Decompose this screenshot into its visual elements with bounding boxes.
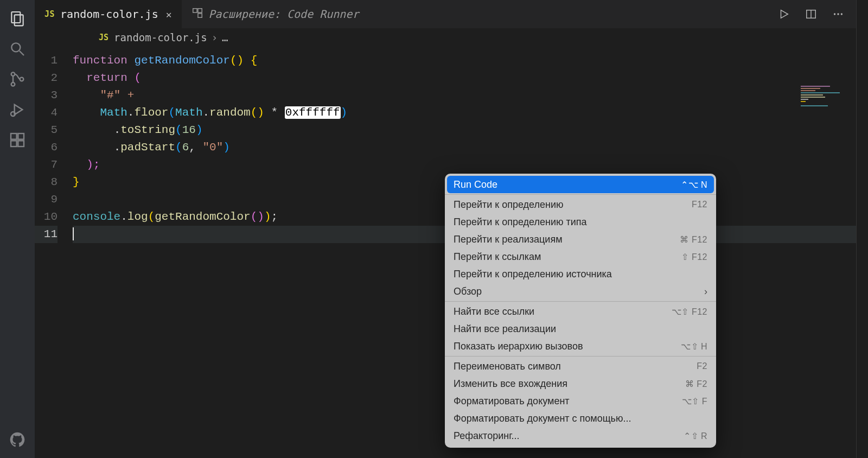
svg-point-21 (841, 13, 843, 15)
menu-item-shortcut: ⌥⇧ F12 (672, 307, 707, 317)
line-number: 10 (35, 208, 58, 226)
svg-rect-11 (18, 141, 24, 147)
menu-item-label: Форматировать документ с помощью... (454, 413, 707, 424)
menu-item-label: Перейти к определению типа (454, 217, 707, 228)
context-menu-item[interactable]: Перейти к определениюF12 (445, 196, 716, 213)
context-menu-item[interactable]: Перейти к определению типа (445, 213, 716, 231)
line-number: 6 (35, 139, 58, 156)
menu-item-label: Показать иерархию вызовов (454, 341, 681, 352)
svg-point-5 (11, 82, 15, 86)
svg-rect-13 (193, 8, 196, 12)
github-icon[interactable] (9, 431, 26, 448)
breadcrumb-rest: … (222, 31, 228, 43)
svg-rect-0 (11, 12, 20, 23)
svg-marker-16 (781, 10, 788, 18)
tab-label: Расширение: Code Runner (209, 8, 359, 21)
line-number: 3 (35, 87, 58, 104)
context-menu-item[interactable]: Найти все реализации (445, 320, 716, 338)
line-gutter: 1234567891011 (35, 47, 73, 458)
menu-item-shortcut: ⌥⇧ F (682, 396, 707, 406)
svg-rect-12 (18, 133, 24, 139)
menu-item-label: Найти все ссылки (454, 306, 672, 317)
text-cursor (73, 227, 74, 240)
tab-label: random-color.js (60, 8, 158, 21)
svg-point-20 (837, 13, 839, 15)
more-actions-icon[interactable] (832, 8, 844, 20)
menu-item-shortcut: ⇧ F12 (681, 252, 707, 262)
menu-item-label: Переименовать символ (454, 361, 697, 372)
svg-rect-10 (11, 141, 17, 147)
right-gutter (856, 0, 868, 458)
menu-item-label: Рефакторинг... (454, 430, 684, 442)
menu-item-shortcut: F2 (697, 361, 707, 371)
line-number: 2 (35, 69, 58, 87)
split-editor-icon[interactable] (805, 8, 817, 20)
menu-item-label: Run Code (454, 179, 681, 190)
chevron-right-icon: › (704, 286, 707, 297)
menu-item-label: Изменить все вхождения (454, 378, 685, 390)
svg-point-19 (834, 13, 835, 15)
context-menu-item[interactable]: Переименовать символF2 (445, 358, 716, 375)
source-control-icon[interactable] (9, 71, 26, 88)
menu-item-label: Перейти к ссылкам (454, 251, 681, 263)
line-number: 8 (35, 174, 58, 191)
menu-item-shortcut: ⌘ F2 (685, 379, 707, 389)
chevron-right-icon: › (212, 31, 218, 43)
activity-bar (0, 0, 35, 458)
context-menu-item[interactable]: Перейти к реализациям⌘ F12 (445, 231, 716, 248)
svg-rect-15 (197, 8, 201, 12)
svg-point-4 (11, 72, 15, 76)
menu-item-label: Найти все реализации (454, 323, 707, 335)
svg-point-2 (11, 43, 20, 52)
menu-item-label: Обзор (454, 286, 704, 297)
extension-icon (192, 7, 203, 22)
breadcrumb[interactable]: JS random-color.js › … (35, 28, 856, 47)
menu-item-label: Перейти к реализациям (454, 234, 680, 245)
tab-bar: JS random-color.js ✕ Расширение: Code Ru… (35, 0, 856, 28)
menu-item-shortcut: ⌃⇧ R (684, 431, 707, 441)
tab-random-color[interactable]: JS random-color.js ✕ (35, 0, 182, 28)
search-highlight: 0xffffff (285, 106, 341, 119)
line-number: 5 (35, 122, 58, 139)
context-menu-item[interactable]: Форматировать документ с помощью... (445, 410, 716, 427)
context-menu-item[interactable]: Найти все ссылки⌥⇧ F12 (445, 303, 716, 320)
run-debug-icon[interactable] (9, 101, 26, 118)
context-menu-item[interactable]: Перейти к определению источника (445, 265, 716, 283)
context-menu-item[interactable]: Форматировать документ⌥⇧ F (445, 392, 716, 410)
js-file-icon: JS (99, 33, 108, 42)
editor-actions (778, 0, 856, 28)
menu-item-label: Перейти к определению (454, 199, 692, 211)
context-menu-item[interactable]: Перейти к ссылкам⇧ F12 (445, 248, 716, 265)
svg-point-6 (20, 78, 24, 81)
explorer-icon[interactable] (9, 10, 26, 27)
run-icon[interactable] (778, 8, 790, 20)
js-file-icon: JS (44, 9, 55, 19)
context-menu-item[interactable]: Обзор› (445, 283, 716, 300)
menu-item-shortcut: ⌘ F12 (680, 234, 707, 245)
svg-line-3 (20, 51, 24, 55)
svg-rect-9 (11, 133, 17, 139)
line-number: 4 (35, 104, 58, 122)
minimap[interactable] (801, 85, 850, 123)
line-number: 9 (35, 191, 58, 208)
line-number: 7 (35, 156, 58, 174)
close-icon[interactable]: ✕ (166, 9, 172, 20)
line-number: 1 (35, 52, 58, 69)
tab-extension-coderunner[interactable]: Расширение: Code Runner (182, 0, 369, 28)
menu-item-shortcut: ⌃⌥ N (681, 180, 707, 190)
context-menu-item[interactable]: Run Code⌃⌥ N (447, 176, 714, 193)
line-number: 11 (35, 226, 58, 243)
menu-item-label: Перейти к определению источника (454, 269, 707, 280)
svg-rect-14 (197, 13, 201, 17)
svg-rect-1 (15, 15, 23, 26)
breadcrumb-file: random-color.js (114, 31, 207, 43)
context-menu-item[interactable]: Рефакторинг...⌃⇧ R (445, 427, 716, 444)
menu-item-shortcut: ⌥⇧ H (681, 341, 707, 352)
editor-context-menu: Run Code⌃⌥ NПерейти к определениюF12Пере… (445, 174, 716, 448)
menu-item-shortcut: F12 (692, 200, 707, 209)
context-menu-item[interactable]: Показать иерархию вызовов⌥⇧ H (445, 338, 716, 355)
search-icon[interactable] (9, 40, 26, 58)
menu-item-label: Форматировать документ (454, 396, 682, 407)
extensions-icon[interactable] (9, 131, 26, 149)
context-menu-item[interactable]: Изменить все вхождения⌘ F2 (445, 375, 716, 392)
